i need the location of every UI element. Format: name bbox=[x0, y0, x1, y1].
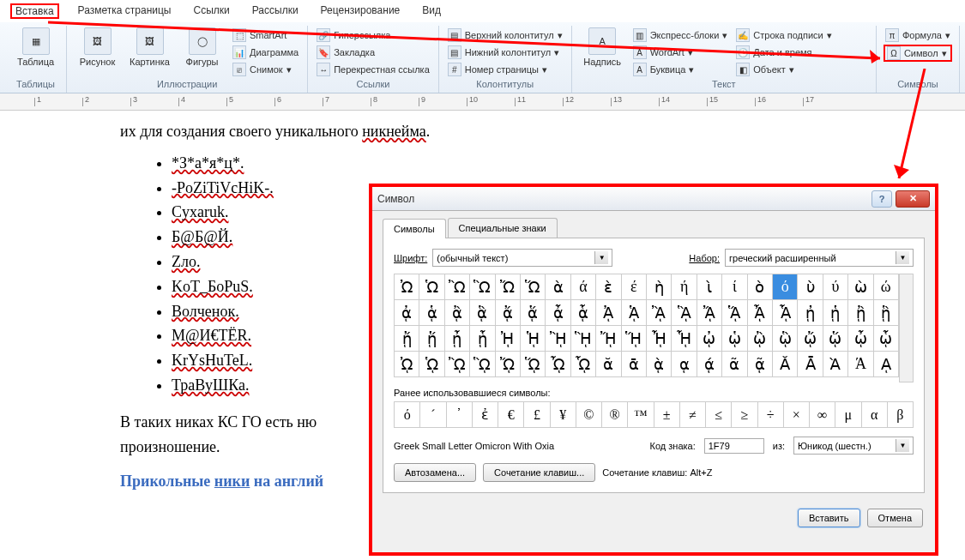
char-cell[interactable]: ᾼ bbox=[874, 352, 899, 377]
cancel-button[interactable]: Отмена bbox=[867, 509, 923, 527]
char-cell[interactable]: ᾋ bbox=[672, 300, 697, 326]
recent-cell[interactable]: ≠ bbox=[680, 402, 706, 428]
char-cell[interactable]: Ὣ bbox=[470, 274, 495, 300]
screenshot-button[interactable]: ⎚Снимок ▾ bbox=[231, 62, 300, 77]
char-cell[interactable]: ᾌ bbox=[697, 300, 722, 326]
char-cell[interactable]: ᾎ bbox=[748, 300, 773, 326]
char-cell[interactable]: ᾃ bbox=[470, 300, 495, 326]
from-select[interactable]: Юникод (шестн.)▼ bbox=[793, 437, 914, 455]
clipart-button[interactable]: 🖼Картинка bbox=[126, 27, 173, 77]
char-cell[interactable]: ὲ bbox=[596, 274, 621, 300]
char-cell[interactable]: Ᾱ bbox=[798, 352, 823, 377]
scrollbar[interactable] bbox=[899, 274, 914, 382]
wordart-button[interactable]: AWordArt ▾ bbox=[631, 45, 730, 60]
char-cell[interactable]: ᾟ bbox=[672, 326, 697, 352]
tab-symbols[interactable]: Символы bbox=[383, 219, 446, 238]
char-cell[interactable]: ᾛ bbox=[571, 326, 596, 352]
char-cell[interactable]: ᾦ bbox=[848, 326, 873, 352]
char-cell[interactable]: Ὰ bbox=[823, 352, 848, 377]
char-cell[interactable]: ὼ bbox=[848, 274, 873, 300]
char-cell[interactable]: Ὡ bbox=[419, 274, 444, 300]
chart-button[interactable]: 📊Диаграмма bbox=[231, 45, 300, 60]
char-cell[interactable]: ᾈ bbox=[596, 300, 621, 326]
recent-cell[interactable]: ∞ bbox=[810, 402, 835, 428]
recent-cell[interactable]: ÷ bbox=[758, 402, 784, 428]
recent-cell[interactable]: ´ bbox=[420, 402, 446, 428]
char-cell[interactable]: ὰ bbox=[546, 274, 570, 300]
char-cell[interactable]: ᾏ bbox=[773, 300, 798, 326]
char-cell[interactable]: Ά bbox=[848, 352, 873, 377]
recent-cell[interactable]: € bbox=[498, 402, 524, 428]
char-cell[interactable]: ᾬ bbox=[496, 352, 521, 377]
char-cell[interactable]: ᾩ bbox=[419, 352, 444, 377]
char-cell[interactable]: ᾆ bbox=[546, 300, 570, 326]
recent-cell[interactable]: ¥ bbox=[551, 402, 576, 428]
char-cell[interactable]: ᾶ bbox=[722, 352, 747, 377]
char-cell[interactable]: ᾥ bbox=[823, 326, 848, 352]
char-cell[interactable]: ύ bbox=[823, 274, 848, 300]
char-cell[interactable]: ᾝ bbox=[622, 326, 647, 352]
char-cell[interactable]: ά bbox=[571, 274, 596, 300]
char-cell[interactable]: ᾅ bbox=[521, 300, 546, 326]
char-cell[interactable]: ᾔ bbox=[395, 326, 419, 352]
char-cell[interactable]: ᾀ bbox=[395, 300, 419, 326]
table-button[interactable]: ▦ Таблица bbox=[12, 27, 59, 67]
char-cell[interactable]: ᾁ bbox=[419, 300, 444, 326]
equation-button[interactable]: πФормула ▾ bbox=[884, 27, 952, 43]
object-button[interactable]: ◧Объект ▾ bbox=[734, 62, 833, 77]
char-cell[interactable]: ᾐ bbox=[798, 300, 823, 326]
tab-special[interactable]: Специальные знаки bbox=[448, 218, 558, 238]
char-cell[interactable]: ᾍ bbox=[722, 300, 747, 326]
char-cell[interactable]: ᾭ bbox=[521, 352, 546, 377]
quickparts-button[interactable]: ▥Экспресс-блоки ▾ bbox=[631, 27, 730, 43]
char-cell[interactable]: ᾞ bbox=[647, 326, 672, 352]
recent-cell[interactable]: ἐ bbox=[473, 402, 498, 428]
sigline-button[interactable]: ✍Строка подписи ▾ bbox=[734, 27, 833, 43]
char-cell[interactable]: έ bbox=[622, 274, 647, 300]
char-cell[interactable]: ὴ bbox=[647, 274, 672, 300]
recent-cell[interactable]: ® bbox=[602, 402, 628, 428]
char-cell[interactable]: ᾂ bbox=[445, 300, 470, 326]
char-cell[interactable]: ὶ bbox=[697, 274, 722, 300]
char-cell[interactable]: ᾒ bbox=[848, 300, 873, 326]
char-cell[interactable]: Ὤ bbox=[496, 274, 521, 300]
char-cell[interactable]: ᾰ bbox=[596, 352, 621, 377]
recent-cell[interactable]: ≥ bbox=[732, 402, 757, 428]
char-cell[interactable]: ᾇ bbox=[571, 300, 596, 326]
menu-references[interactable]: Ссылки bbox=[190, 3, 232, 19]
char-cell[interactable]: ᾓ bbox=[874, 300, 899, 326]
char-cell[interactable]: ᾤ bbox=[798, 326, 823, 352]
recent-cell[interactable]: ™ bbox=[628, 402, 654, 428]
char-cell[interactable]: Ᾰ bbox=[773, 352, 798, 377]
char-cell[interactable]: ᾖ bbox=[445, 326, 470, 352]
smartart-button[interactable]: ⬚SmartArt bbox=[231, 27, 300, 43]
recent-cell[interactable]: ᾿ bbox=[447, 402, 473, 428]
char-cell[interactable]: ᾗ bbox=[470, 326, 495, 352]
char-cell[interactable]: ᾣ bbox=[773, 326, 798, 352]
recent-cell[interactable]: ± bbox=[654, 402, 680, 428]
char-cell[interactable]: ᾢ bbox=[748, 326, 773, 352]
picture-button[interactable]: 🖼Рисунок bbox=[74, 27, 121, 77]
char-cell[interactable]: ᾲ bbox=[647, 352, 672, 377]
char-cell[interactable]: ᾳ bbox=[672, 352, 697, 377]
recent-cell[interactable]: £ bbox=[524, 402, 550, 428]
char-cell[interactable]: ί bbox=[722, 274, 747, 300]
dialog-close-button[interactable]: ✕ bbox=[896, 190, 930, 208]
char-cell[interactable]: ὸ bbox=[748, 274, 773, 300]
crossref-button[interactable]: ↔Перекрестная ссылка bbox=[315, 62, 431, 77]
char-cell[interactable]: ᾠ bbox=[697, 326, 722, 352]
symbol-button[interactable]: ΩСимвол ▾ bbox=[884, 45, 952, 62]
recent-cell[interactable]: ≤ bbox=[706, 402, 732, 428]
char-cell[interactable]: ὺ bbox=[798, 274, 823, 300]
hyperlink-button[interactable]: 🔗Гиперссылка bbox=[315, 27, 431, 43]
recent-cell[interactable]: μ bbox=[835, 402, 861, 428]
char-cell[interactable]: ᾙ bbox=[521, 326, 546, 352]
menu-view[interactable]: Вид bbox=[419, 3, 444, 19]
char-cell[interactable]: ᾯ bbox=[571, 352, 596, 377]
set-select[interactable]: греческий расширенный▼ bbox=[725, 249, 914, 267]
char-cell[interactable]: ᾨ bbox=[395, 352, 419, 377]
code-input[interactable] bbox=[704, 438, 764, 454]
char-cell[interactable]: ᾉ bbox=[622, 300, 647, 326]
char-cell[interactable]: ᾜ bbox=[596, 326, 621, 352]
recent-cell[interactable]: α bbox=[862, 402, 888, 428]
